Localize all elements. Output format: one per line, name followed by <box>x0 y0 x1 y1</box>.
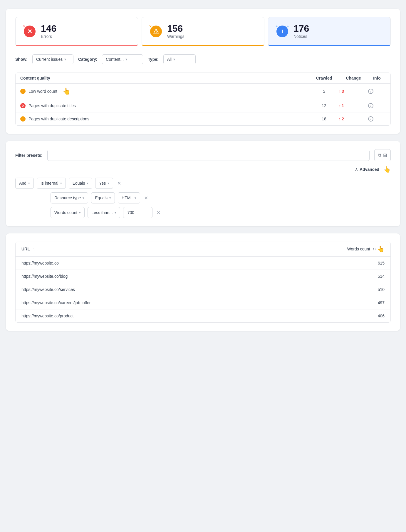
info-icon[interactable]: i <box>368 116 373 122</box>
value-dropdown[interactable]: Yes ▾ <box>95 178 113 189</box>
url-table-row[interactable]: https://mywebsite.co/blog 514 <box>16 270 390 283</box>
advanced-toggle[interactable]: ∧ Advanced 👆 <box>15 166 391 173</box>
count-cell: 497 <box>338 300 385 305</box>
table-row[interactable]: ✕ Pages with duplicate titles 12 ↑ 1 i <box>16 99 390 112</box>
change-value: 1 <box>342 103 344 108</box>
value-chevron-icon: ▾ <box>135 196 136 200</box>
url-sort-icon[interactable]: ↑↓ <box>32 247 36 251</box>
filter-presets-input[interactable] <box>47 150 370 161</box>
filter-presets-row: Filter presets: ⧉ ⊞ <box>15 149 391 161</box>
deco-icon-notice-tl: ✦ <box>275 24 278 28</box>
remove-filter-btn[interactable]: ✕ <box>143 194 149 202</box>
table-row[interactable]: ! Pages with duplicate descriptions 18 ↑… <box>16 112 390 125</box>
operator-dropdown[interactable]: Equals ▾ <box>69 178 93 189</box>
connector-chevron-icon: ▾ <box>28 181 30 185</box>
errors-number: 146 <box>41 24 56 33</box>
notice-stats-text: 176 Notices <box>293 24 309 39</box>
category-chevron-icon: ▾ <box>125 57 127 61</box>
filter-presets-label: Filter presets: <box>15 153 43 158</box>
url-table-row[interactable]: https://mywebsite.co/product 406 <box>16 309 390 322</box>
show-select-value: Current issues <box>36 57 63 62</box>
col-header-main: Content quality <box>20 76 309 80</box>
notices-label: Notices <box>293 34 309 39</box>
url-cell: https://mywebsite.co/careers/job_offer <box>21 300 338 305</box>
content-quality-table: Content quality Crawled Change Info ! Lo… <box>15 73 391 126</box>
count-cell: 510 <box>338 287 385 292</box>
notices-number: 176 <box>293 24 309 33</box>
chevron-up-icon: ∧ <box>355 167 358 172</box>
count-cell: 406 <box>338 314 385 318</box>
row-change: ↑ 2 <box>339 117 368 121</box>
count-cell: 514 <box>338 274 385 279</box>
advanced-label: Advanced <box>360 167 379 172</box>
category-select[interactable]: Content... ▾ <box>102 54 143 64</box>
connector-dropdown[interactable]: And ▾ <box>15 178 34 189</box>
cursor-hand-icon: 👆 <box>383 166 391 173</box>
warnings-label: Warnings <box>167 34 184 39</box>
cursor-hand-sort-icon: 👆 <box>377 245 385 252</box>
remove-filter-btn[interactable]: ✕ <box>116 179 122 187</box>
row-change: ↑ 3 <box>339 89 368 94</box>
error-icon-wrap: ✕ ✕ <box>23 24 37 38</box>
operator-chevron-icon: ▾ <box>115 211 116 215</box>
filter-row-2: Resource type ▾ Equals ▾ HTML ▾ ✕ <box>51 192 391 203</box>
operator-value: Less than... <box>91 210 113 215</box>
warning-stats-text: 156 Warnings <box>167 24 184 39</box>
errors-label: Errors <box>41 34 56 39</box>
stats-row: ✕ ✕ 146 Errors ✕ ⚠ 156 Warnings ✦ ✦ <box>15 17 391 46</box>
warning-icon: ⚠ <box>150 26 162 37</box>
stat-warnings[interactable]: ✕ ⚠ 156 Warnings <box>142 17 264 46</box>
row-label: Low word count <box>28 89 57 94</box>
change-up-icon: ↑ 2 <box>339 117 368 121</box>
table-row[interactable]: ! Low word count 👆 5 ↑ 3 i <box>16 84 390 99</box>
field-chevron-icon: ▾ <box>83 196 84 200</box>
operator-value: Equals <box>95 196 108 200</box>
filter-presets-icon-btn[interactable]: ⧉ ⊞ <box>374 149 391 161</box>
category-select-value: Content... <box>106 57 124 62</box>
field-value: Is internal <box>41 181 58 186</box>
value-chevron-icon: ▾ <box>108 181 109 185</box>
warning-badge: ! <box>20 89 26 94</box>
operator-dropdown[interactable]: Equals ▾ <box>91 192 115 203</box>
url-table-row[interactable]: https://mywebsite.co 615 <box>16 257 390 270</box>
url-table-card: URL ↑↓ Words count ↑↓ 👆 https://mywebsit… <box>6 233 400 331</box>
remove-filter-btn[interactable]: ✕ <box>155 209 162 217</box>
row-main-col: ! Low word count 👆 <box>20 87 309 95</box>
filters-row: Show: Current issues ▾ Category: Content… <box>15 54 391 64</box>
url-col-label: URL <box>21 247 30 251</box>
value-dropdown-val: Yes <box>99 181 106 186</box>
url-table-row[interactable]: https://mywebsite.co/careers/job_offer 4… <box>16 296 390 309</box>
info-icon[interactable]: i <box>368 89 373 94</box>
type-label: Type: <box>148 57 158 62</box>
operator-value: Equals <box>73 181 85 186</box>
row-crawled: 5 <box>309 89 339 94</box>
filter-presets-card: Filter presets: ⧉ ⊞ ∧ Advanced 👆 And ▾ I… <box>6 141 400 226</box>
stat-notices[interactable]: ✦ ✦ i 176 Notices <box>268 17 391 46</box>
error-badge: ✕ <box>20 103 26 108</box>
stat-errors[interactable]: ✕ ✕ 146 Errors <box>15 17 138 46</box>
col-header-info: Info <box>368 76 386 80</box>
field-dropdown[interactable]: Words count ▾ <box>51 207 85 218</box>
info-icon[interactable]: i <box>368 103 373 108</box>
value-dropdown[interactable]: HTML ▾ <box>118 192 140 203</box>
value-dropdown-val: HTML <box>122 196 133 200</box>
change-value: 3 <box>342 89 344 94</box>
field-dropdown[interactable]: Resource type ▾ <box>51 192 88 203</box>
value-input[interactable] <box>123 207 152 218</box>
col-header-crawled: Crawled <box>309 76 339 80</box>
row-main-col: ✕ Pages with duplicate titles <box>20 103 309 108</box>
filter-row-1: And ▾ Is internal ▾ Equals ▾ Yes ▾ ✕ <box>15 178 391 189</box>
notice-icon-wrap: ✦ ✦ i <box>275 24 289 38</box>
cursor-hand-icon: 👆 <box>63 87 71 95</box>
field-dropdown[interactable]: Is internal ▾ <box>37 178 66 189</box>
connector-value: And <box>19 181 26 186</box>
filter-row-3: Words count ▾ Less than... ▾ ✕ <box>51 207 391 218</box>
type-select[interactable]: All ▾ <box>163 54 196 64</box>
row-label: Pages with duplicate descriptions <box>28 117 89 121</box>
change-up-icon: ↑ 3 <box>339 89 368 94</box>
url-table-row[interactable]: https://mywebsite.co/services 510 <box>16 283 390 296</box>
operator-dropdown[interactable]: Less than... ▾ <box>88 207 120 218</box>
category-label: Category: <box>78 57 97 62</box>
show-select[interactable]: Current issues ▾ <box>32 54 73 64</box>
words-sort-icon[interactable]: ↑↓ <box>373 247 376 251</box>
